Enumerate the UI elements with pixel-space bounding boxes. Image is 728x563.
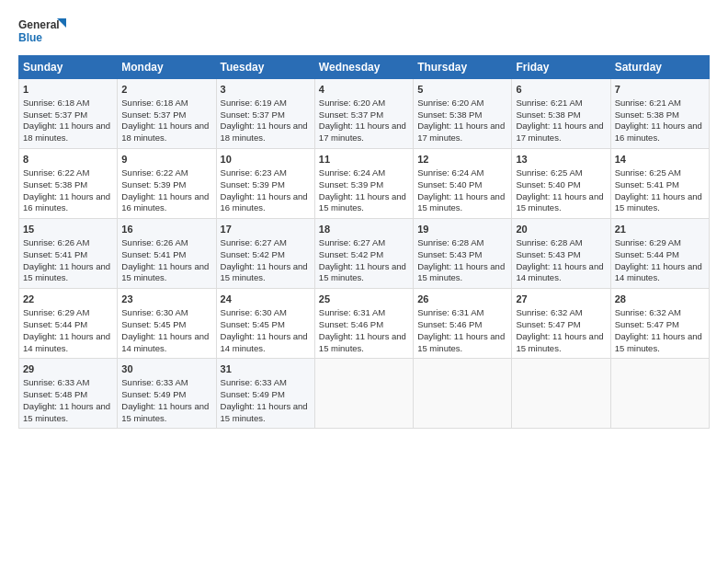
daylight: Daylight: 11 hours and 15 minutes. xyxy=(417,261,505,283)
sunrise: Sunrise: 6:33 AM xyxy=(221,377,287,387)
daylight: Daylight: 11 hours and 15 minutes. xyxy=(319,331,406,353)
sunrise: Sunrise: 6:21 AM xyxy=(516,98,582,108)
calendar-cell: 9Sunrise: 6:22 AMSunset: 5:39 PMDaylight… xyxy=(118,149,216,219)
sunrise: Sunrise: 6:29 AM xyxy=(615,237,681,247)
calendar-cell: 21Sunrise: 6:29 AMSunset: 5:44 PMDayligh… xyxy=(610,219,709,289)
sunset: Sunset: 5:42 PM xyxy=(221,249,285,259)
svg-text:Blue: Blue xyxy=(18,31,42,44)
day-number: 21 xyxy=(615,223,705,236)
sunrise: Sunrise: 6:22 AM xyxy=(23,167,89,178)
header: General Blue xyxy=(18,17,710,46)
daylight: Daylight: 11 hours and 17 minutes. xyxy=(516,121,603,143)
daylight: Daylight: 11 hours and 16 minutes. xyxy=(121,191,209,213)
calendar-table: SundayMondayTuesdayWednesdayThursdayFrid… xyxy=(18,55,710,429)
calendar-cell: 10Sunrise: 6:23 AMSunset: 5:39 PMDayligh… xyxy=(216,149,314,219)
day-number: 30 xyxy=(121,362,211,376)
daylight: Daylight: 11 hours and 14 minutes. xyxy=(516,261,603,283)
col-header-sunday: Sunday xyxy=(19,56,118,79)
calendar-cell: 22Sunrise: 6:29 AMSunset: 5:44 PMDayligh… xyxy=(19,289,118,359)
sunset: Sunset: 5:37 PM xyxy=(23,109,87,120)
calendar-cell: 19Sunrise: 6:28 AMSunset: 5:43 PMDayligh… xyxy=(414,219,512,289)
daylight: Daylight: 11 hours and 15 minutes. xyxy=(221,261,308,283)
sunrise: Sunrise: 6:27 AM xyxy=(319,237,385,247)
day-number: 19 xyxy=(417,223,507,236)
calendar-cell: 8Sunrise: 6:22 AMSunset: 5:38 PMDaylight… xyxy=(19,149,118,219)
daylight: Daylight: 11 hours and 15 minutes. xyxy=(319,261,406,283)
calendar-cell: 31Sunrise: 6:33 AMSunset: 5:49 PMDayligh… xyxy=(216,359,314,429)
calendar-cell: 18Sunrise: 6:27 AMSunset: 5:42 PMDayligh… xyxy=(314,219,413,289)
col-header-monday: Monday xyxy=(118,56,216,79)
day-number: 12 xyxy=(417,153,507,167)
calendar-cell: 16Sunrise: 6:26 AMSunset: 5:41 PMDayligh… xyxy=(118,219,216,289)
calendar-cell: 27Sunrise: 6:32 AMSunset: 5:47 PMDayligh… xyxy=(512,289,610,359)
col-header-friday: Friday xyxy=(512,56,610,79)
svg-text:General: General xyxy=(18,18,60,31)
day-number: 25 xyxy=(319,293,409,306)
sunset: Sunset: 5:38 PM xyxy=(615,109,679,120)
day-number: 15 xyxy=(23,223,113,236)
sunrise: Sunrise: 6:25 AM xyxy=(516,167,582,178)
day-number: 18 xyxy=(319,223,409,236)
sunset: Sunset: 5:49 PM xyxy=(221,389,285,399)
sunset: Sunset: 5:46 PM xyxy=(319,319,383,329)
day-number: 26 xyxy=(417,293,507,306)
sunset: Sunset: 5:42 PM xyxy=(319,249,383,259)
calendar-cell: 15Sunrise: 6:26 AMSunset: 5:41 PMDayligh… xyxy=(19,219,118,289)
sunrise: Sunrise: 6:18 AM xyxy=(23,98,89,108)
calendar-cell: 5Sunrise: 6:20 AMSunset: 5:38 PMDaylight… xyxy=(414,79,512,149)
sunrise: Sunrise: 6:30 AM xyxy=(221,307,287,317)
daylight: Daylight: 11 hours and 18 minutes. xyxy=(221,121,308,143)
calendar-cell: 11Sunrise: 6:24 AMSunset: 5:39 PMDayligh… xyxy=(314,149,413,219)
sunrise: Sunrise: 6:32 AM xyxy=(516,307,582,317)
day-number: 31 xyxy=(221,362,311,376)
calendar-cell xyxy=(414,359,512,429)
col-header-tuesday: Tuesday xyxy=(216,56,314,79)
sunrise: Sunrise: 6:33 AM xyxy=(121,377,188,387)
calendar-cell: 23Sunrise: 6:30 AMSunset: 5:45 PMDayligh… xyxy=(118,289,216,359)
col-header-saturday: Saturday xyxy=(610,56,709,79)
calendar-cell xyxy=(610,359,709,429)
sunset: Sunset: 5:37 PM xyxy=(221,109,285,120)
day-number: 4 xyxy=(319,83,409,97)
calendar-cell: 30Sunrise: 6:33 AMSunset: 5:49 PMDayligh… xyxy=(118,359,216,429)
sunset: Sunset: 5:38 PM xyxy=(23,179,87,190)
sunset: Sunset: 5:48 PM xyxy=(23,389,87,399)
sunset: Sunset: 5:40 PM xyxy=(417,179,482,190)
sunset: Sunset: 5:41 PM xyxy=(615,179,679,190)
sunrise: Sunrise: 6:31 AM xyxy=(417,307,483,317)
daylight: Daylight: 11 hours and 18 minutes. xyxy=(121,121,209,143)
day-number: 8 xyxy=(23,153,113,167)
daylight: Daylight: 11 hours and 15 minutes. xyxy=(417,191,505,213)
day-number: 1 xyxy=(23,83,113,97)
sunrise: Sunrise: 6:28 AM xyxy=(417,237,483,247)
daylight: Daylight: 11 hours and 17 minutes. xyxy=(417,121,505,143)
sunset: Sunset: 5:38 PM xyxy=(516,109,580,120)
day-number: 16 xyxy=(121,223,211,236)
sunset: Sunset: 5:37 PM xyxy=(121,109,186,120)
daylight: Daylight: 11 hours and 16 minutes. xyxy=(221,191,308,213)
daylight: Daylight: 11 hours and 14 minutes. xyxy=(23,331,110,353)
sunset: Sunset: 5:44 PM xyxy=(615,249,679,259)
calendar-cell: 25Sunrise: 6:31 AMSunset: 5:46 PMDayligh… xyxy=(314,289,413,359)
calendar-cell: 1Sunrise: 6:18 AMSunset: 5:37 PMDaylight… xyxy=(19,79,118,149)
day-number: 20 xyxy=(516,223,606,236)
daylight: Daylight: 11 hours and 14 minutes. xyxy=(221,331,308,353)
calendar-cell: 4Sunrise: 6:20 AMSunset: 5:37 PMDaylight… xyxy=(314,79,413,149)
day-number: 5 xyxy=(417,83,507,97)
calendar-week-2: 8Sunrise: 6:22 AMSunset: 5:38 PMDaylight… xyxy=(19,149,710,219)
day-number: 29 xyxy=(23,362,113,376)
daylight: Daylight: 11 hours and 15 minutes. xyxy=(417,331,505,353)
sunset: Sunset: 5:44 PM xyxy=(23,319,87,329)
sunset: Sunset: 5:41 PM xyxy=(121,249,186,259)
sunset: Sunset: 5:43 PM xyxy=(417,249,482,259)
calendar-cell xyxy=(314,359,413,429)
calendar-cell: 24Sunrise: 6:30 AMSunset: 5:45 PMDayligh… xyxy=(216,289,314,359)
daylight: Daylight: 11 hours and 16 minutes. xyxy=(23,191,110,213)
sunrise: Sunrise: 6:26 AM xyxy=(23,237,89,247)
calendar-cell: 2Sunrise: 6:18 AMSunset: 5:37 PMDaylight… xyxy=(118,79,216,149)
calendar-cell: 6Sunrise: 6:21 AMSunset: 5:38 PMDaylight… xyxy=(512,79,610,149)
sunrise: Sunrise: 6:27 AM xyxy=(221,237,287,247)
sunrise: Sunrise: 6:33 AM xyxy=(23,377,89,387)
sunrise: Sunrise: 6:24 AM xyxy=(417,167,483,178)
daylight: Daylight: 11 hours and 16 minutes. xyxy=(615,121,702,143)
